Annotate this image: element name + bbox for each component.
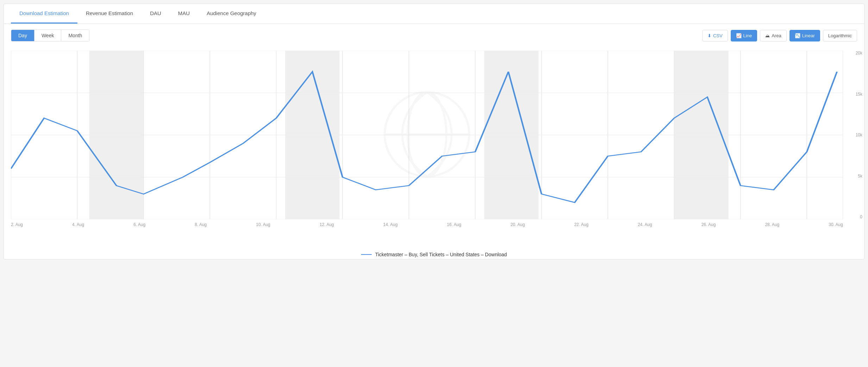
x-label-8: 20. Aug <box>510 222 525 227</box>
x-label-2: 6. Aug <box>133 222 145 227</box>
tab-dau[interactable]: DAU <box>141 4 170 24</box>
y-axis: 0 5k 10k 15k 20k <box>856 51 862 219</box>
line-chart-icon: 📈 <box>736 33 742 38</box>
area-chart-button[interactable]: ⛰ Area <box>760 30 786 41</box>
tab-mau[interactable]: MAU <box>170 4 198 24</box>
y-label-10k: 10k <box>856 133 862 137</box>
logarithmic-scale-button[interactable]: Logarithmic <box>823 30 857 41</box>
watermark <box>381 89 473 181</box>
download-icon: ⬇ <box>707 33 711 38</box>
csv-download-button[interactable]: ⬇ CSV <box>702 30 728 41</box>
time-period-selector: Day Week Month <box>11 30 89 41</box>
x-label-13: 30. Aug <box>829 222 843 227</box>
day-button[interactable]: Day <box>11 30 34 41</box>
x-label-4: 10. Aug <box>256 222 270 227</box>
linear-scale-button[interactable]: 📉 Linear <box>790 30 820 41</box>
tab-revenue-estimation[interactable]: Revenue Estimation <box>77 4 141 24</box>
x-label-0: 2. Aug <box>11 222 23 227</box>
legend-line-indicator <box>361 254 372 255</box>
x-label-12: 28. Aug <box>765 222 779 227</box>
csv-label: CSV <box>713 33 723 38</box>
x-label-10: 24. Aug <box>638 222 652 227</box>
x-label-7: 16. Aug <box>447 222 461 227</box>
tab-audience-geography[interactable]: Audience Geography <box>198 4 265 24</box>
chart-area: 0 5k 10k 15k 20k 2. Aug 4. Aug 6. Aug 8.… <box>4 47 864 248</box>
y-label-20k: 20k <box>856 51 862 56</box>
line-chart-button[interactable]: 📈 Line <box>731 30 757 41</box>
x-label-5: 12. Aug <box>320 222 334 227</box>
x-axis: 2. Aug 4. Aug 6. Aug 8. Aug 10. Aug 12. … <box>11 219 843 227</box>
chart-controls: ⬇ CSV 📈 Line ⛰ Area 📉 Linear Logarithmic <box>702 30 857 41</box>
week-button[interactable]: Week <box>34 30 62 41</box>
tab-download-estimation[interactable]: Download Estimation <box>11 4 77 24</box>
x-label-9: 22. Aug <box>574 222 589 227</box>
x-label-3: 8. Aug <box>195 222 207 227</box>
y-label-5k: 5k <box>856 174 862 179</box>
chart-wrapper: 0 5k 10k 15k 20k <box>11 51 843 219</box>
month-button[interactable]: Month <box>61 30 89 41</box>
linear-icon: 📉 <box>795 33 800 38</box>
x-label-6: 14. Aug <box>383 222 398 227</box>
y-label-0: 0 <box>856 214 862 219</box>
x-label-11: 26. Aug <box>702 222 716 227</box>
area-chart-icon: ⛰ <box>765 33 770 38</box>
tab-bar: Download Estimation Revenue Estimation D… <box>4 4 864 24</box>
toolbar: Day Week Month ⬇ CSV 📈 Line ⛰ Area 📉 Lin… <box>4 24 864 47</box>
x-label-1: 4. Aug <box>72 222 84 227</box>
y-label-15k: 15k <box>856 92 862 97</box>
chart-legend: Ticketmaster – Buy, Sell Tickets – Unite… <box>4 248 864 259</box>
main-container: Download Estimation Revenue Estimation D… <box>4 4 864 259</box>
legend-label: Ticketmaster – Buy, Sell Tickets – Unite… <box>375 252 507 257</box>
